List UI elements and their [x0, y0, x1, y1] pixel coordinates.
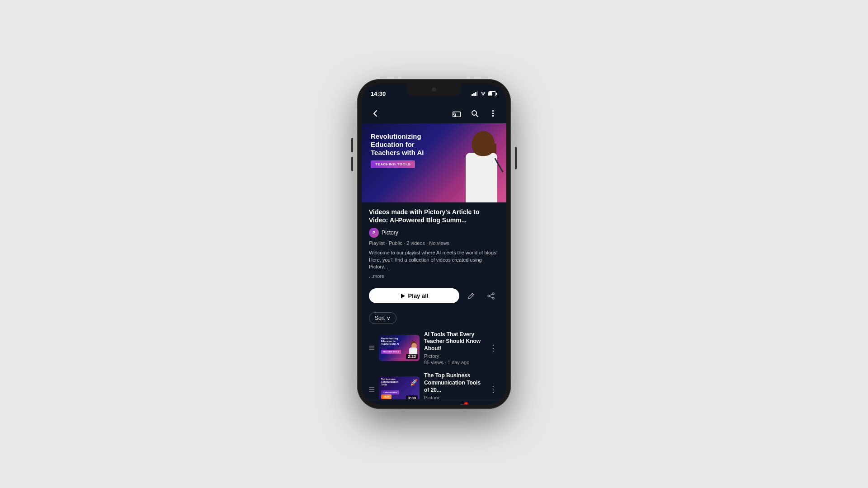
svg-point-9 [453, 116, 453, 117]
wifi-icon [480, 91, 486, 96]
thumb-duration-2: 3:38 [406, 395, 418, 399]
notch [407, 84, 461, 96]
tab-subscriptions[interactable]: 9 Subscriptions [448, 402, 476, 405]
video-more-button-2[interactable]: ⋮ [487, 383, 499, 396]
power-button[interactable] [515, 147, 517, 169]
edit-icon [467, 292, 475, 300]
svg-point-11 [492, 110, 494, 112]
tab-home[interactable]: Home [363, 403, 392, 405]
video-channel-1: Pictory [424, 353, 483, 359]
bottom-nav: Home Shorts + [362, 399, 506, 404]
more-button[interactable] [486, 107, 499, 120]
svg-rect-7 [496, 93, 497, 95]
thumb2-year: 2024 [381, 394, 392, 399]
status-icons [472, 91, 497, 96]
vol-down-button[interactable] [351, 157, 353, 171]
svg-point-4 [483, 95, 484, 96]
phone-screen: 14:30 [362, 84, 506, 404]
thumb2-title: Top businessCommunicationTools [381, 378, 398, 386]
sort-button[interactable]: Sort ∨ [369, 312, 396, 324]
video-channel-2: Pictory [424, 395, 483, 399]
channel-avatar: P [369, 228, 379, 238]
channel-row: P Pictory [369, 228, 499, 238]
svg-marker-14 [401, 294, 405, 298]
hero-text-block: Revolutionizing Education for Teachers w… [371, 132, 436, 168]
video-stats-1: 85 views · 1 day ago [424, 360, 483, 365]
battery-icon [488, 91, 497, 96]
thumb2-sub: Communication [381, 390, 399, 394]
back-button[interactable] [369, 107, 382, 120]
video-title-2: The Top Business Communication Tools of … [424, 372, 483, 394]
svg-point-12 [492, 113, 494, 114]
person-body [466, 153, 497, 202]
video-thumbnail-1[interactable]: Revolutionizing Education for Teachers w… [379, 335, 420, 361]
play-icon [400, 293, 406, 299]
share-button[interactable] [483, 288, 499, 304]
share-icon [487, 292, 495, 300]
svg-line-19 [490, 296, 492, 298]
camera [432, 87, 436, 92]
hero-main-title: Revolutionizing Education for Teachers w… [371, 132, 436, 157]
thumb2-rocket: 🚀 [410, 379, 418, 386]
tab-you[interactable]: You [476, 403, 505, 405]
person-illustration [459, 130, 502, 202]
video-item-2[interactable]: Top businessCommunicationTools Communica… [362, 369, 506, 399]
edit-button[interactable] [463, 288, 479, 304]
you-avatar [486, 404, 495, 405]
svg-rect-0 [472, 94, 473, 96]
signal-icon [472, 91, 478, 96]
playlist-description: Welcome to our playlist where AI meets t… [369, 249, 499, 270]
svg-point-13 [492, 115, 494, 117]
svg-line-18 [490, 294, 492, 296]
top-nav [362, 103, 506, 123]
thumb-mini-title-1: Revolutionizing Education for Teachers w… [381, 337, 404, 345]
hero-tag: TEACHING TOOLS [371, 160, 415, 168]
svg-point-15 [492, 293, 494, 295]
status-time: 14:30 [371, 90, 386, 97]
more-link[interactable]: ...more [369, 273, 384, 279]
playlist-title: Videos made with Pictory's Article to Vi… [369, 208, 499, 224]
playlist-meta: Playlist · Public · 2 videos · No views [369, 240, 499, 246]
video-item[interactable]: Revolutionizing Education for Teachers w… [362, 328, 506, 369]
subscriptions-icon: 9 [458, 404, 467, 405]
video-more-button-1[interactable]: ⋮ [487, 341, 499, 355]
drag-handle [369, 346, 374, 350]
tab-shorts[interactable]: Shorts [392, 403, 420, 405]
video-thumbnail-2[interactable]: Top businessCommunicationTools Communica… [379, 376, 420, 399]
thumb-tag-1: TEACHING TOOLS [381, 350, 401, 354]
svg-rect-1 [473, 93, 475, 96]
thumb-duration-1: 2:23 [406, 354, 418, 359]
vol-up-button[interactable] [351, 138, 353, 152]
phone-frame: 14:30 [357, 79, 511, 409]
video-info-1: AI Tools That Every Teacher Should Know … [424, 331, 483, 366]
channel-name: Pictory [382, 230, 398, 236]
svg-point-17 [488, 295, 490, 297]
svg-point-16 [492, 297, 494, 299]
video-list: Revolutionizing Education for Teachers w… [362, 328, 506, 399]
video-info-2: The Top Business Communication Tools of … [424, 372, 483, 399]
sort-bar: Sort ∨ [362, 309, 506, 328]
content-area[interactable]: Revolutionizing Education for Teachers w… [362, 123, 506, 399]
search-button[interactable] [468, 107, 481, 120]
drag-handle-2 [369, 387, 374, 392]
video-title-1: AI Tools That Every Teacher Should Know … [424, 331, 483, 352]
svg-rect-6 [489, 92, 492, 95]
nav-action-icons [450, 107, 499, 120]
cast-button[interactable] [450, 107, 463, 120]
hero-thumbnail: Revolutionizing Education for Teachers w… [362, 123, 506, 202]
subscription-badge: 9 [464, 402, 468, 405]
svg-rect-2 [475, 92, 476, 96]
play-all-button[interactable]: Play all [369, 288, 459, 303]
svg-rect-3 [477, 91, 478, 96]
action-bar: Play all [362, 283, 506, 309]
playlist-info: Videos made with Pictory's Article to Vi… [362, 202, 506, 283]
person-hair [472, 131, 495, 156]
